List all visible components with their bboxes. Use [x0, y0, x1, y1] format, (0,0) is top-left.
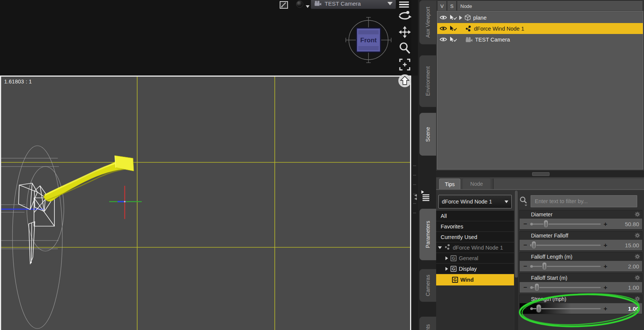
tree-item-wind[interactable]: G Wind — [436, 274, 514, 286]
splitter-grip[interactable] — [532, 172, 550, 176]
viewport-edge-strip — [411, 76, 418, 330]
expand-icon[interactable] — [446, 256, 448, 260]
visibility-eye-icon[interactable] — [440, 26, 447, 31]
params-scrollbar[interactable] — [514, 191, 518, 330]
viewport-toolbar: TEST Camera Front — [0, 0, 411, 76]
group-icon: G — [452, 277, 458, 283]
param-value[interactable]: 1.00 — [617, 305, 639, 312]
tree-item-display[interactable]: G Display — [436, 264, 514, 274]
draw-style-button[interactable] — [279, 0, 290, 9]
slider-track[interactable] — [530, 220, 601, 228]
scrollbar-thumb[interactable] — [515, 191, 518, 278]
group-item-all[interactable]: All — [436, 211, 514, 221]
param-label: Falloff Length (m) — [520, 254, 572, 260]
group-item-currently-used[interactable]: Currently Used — [436, 232, 514, 242]
group-item-favorites[interactable]: Favorites — [436, 221, 514, 232]
selectable-cursor-icon[interactable] — [449, 26, 457, 31]
viewport-nav-controls — [396, 9, 413, 88]
viewport-menu-button[interactable] — [398, 0, 410, 9]
gear-icon[interactable] — [635, 254, 640, 259]
slider-origin-dot — [530, 223, 533, 225]
tab-tips[interactable]: Tips — [439, 179, 460, 189]
slider-handle[interactable] — [543, 220, 548, 228]
tree-item-dforce-wind-node[interactable]: dForce Wind Node 1 — [436, 242, 514, 253]
param-value[interactable]: 50.80 — [617, 221, 639, 227]
sidebar-tab-aux-viewport[interactable]: Aux Viewport — [419, 0, 436, 45]
decrement-button[interactable]: − — [523, 242, 528, 248]
tree-item-general[interactable]: G General — [436, 253, 514, 264]
params-tab-bar: Tips Node — [436, 177, 644, 190]
filter-input[interactable] — [531, 195, 637, 207]
slider-track[interactable] — [530, 262, 601, 270]
param-value[interactable]: 15.00 — [617, 242, 639, 248]
scene-node-plane[interactable]: plane — [437, 12, 643, 23]
slider-handle[interactable] — [531, 241, 536, 249]
pane-options-button[interactable] — [420, 190, 432, 203]
sidebar-tab-scene[interactable]: Scene — [419, 113, 436, 156]
pan-button[interactable] — [397, 25, 412, 39]
param-node-selector[interactable]: dForce Wind Node 1 — [438, 195, 512, 208]
decrement-button[interactable]: − — [523, 221, 528, 227]
increment-button[interactable]: + — [603, 305, 608, 312]
slider-handle[interactable] — [534, 283, 539, 291]
column-visibility[interactable]: V — [438, 1, 446, 11]
pane-collapse-icon[interactable] — [413, 193, 418, 201]
increment-button[interactable]: + — [603, 284, 608, 291]
gear-icon[interactable] — [635, 275, 640, 281]
viewport-3d[interactable]: 1.61803 : 1 — [0, 76, 411, 330]
list-empty-area — [436, 286, 514, 330]
tab-node[interactable]: Node — [463, 179, 491, 189]
visibility-eye-icon[interactable] — [440, 15, 447, 20]
param-header: Diameter — [520, 210, 642, 219]
expand-icon[interactable] — [446, 267, 448, 270]
frame-button[interactable] — [397, 58, 412, 71]
aspect-ratio-label: 1.61803 : 1 — [4, 79, 32, 85]
gear-icon[interactable] — [635, 296, 640, 302]
camera-icon — [314, 1, 322, 6]
param-group-list: All Favorites Currently Used dForce Wind… — [436, 211, 514, 330]
param-sliders: Diameter − + 50.80 — [519, 210, 642, 316]
scene-node-dforce-wind[interactable]: dForce Wind Node 1 — [437, 23, 643, 34]
collapse-icon[interactable] — [438, 246, 442, 249]
gear-icon[interactable] — [635, 211, 640, 217]
selectable-cursor-icon[interactable] — [449, 15, 457, 20]
orbit-button[interactable] — [397, 9, 412, 23]
sidebar-tab-parameters[interactable]: Parameters — [419, 208, 436, 261]
scene-node-test-camera[interactable]: TEST Camera — [437, 34, 643, 45]
selectable-cursor-icon[interactable] — [449, 37, 457, 42]
param-label: Diameter — [520, 211, 553, 217]
decrement-button[interactable]: − — [523, 263, 528, 270]
home-view-button[interactable] — [397, 74, 412, 88]
visibility-eye-icon[interactable] — [440, 37, 447, 42]
gear-icon[interactable] — [635, 233, 640, 238]
param-block-falloff-start: Falloff Start (m) − + 1.00 — [519, 273, 642, 293]
drawstyle-sphere-button[interactable] — [294, 0, 311, 9]
magnifier-icon — [399, 42, 411, 55]
slider-track[interactable] — [530, 241, 601, 249]
chevron-down-icon — [306, 5, 310, 8]
column-selectability[interactable]: S — [447, 1, 456, 11]
param-block-diameter-falloff: Diameter Falloff − + 15.00 — [519, 231, 642, 251]
slider-handle[interactable] — [536, 304, 541, 313]
expand-icon[interactable] — [459, 15, 462, 20]
parameters-pane: dForce Wind Node 1 All Favorites Current… — [436, 190, 644, 330]
slider-track[interactable] — [530, 283, 601, 291]
column-node[interactable]: Node — [457, 1, 642, 11]
search-icon[interactable] — [519, 196, 528, 206]
decrement-button[interactable]: − — [523, 305, 528, 312]
decrement-button[interactable]: − — [523, 284, 528, 291]
slider-handle[interactable] — [542, 262, 547, 270]
param-value[interactable]: 1.00 — [617, 284, 639, 291]
sidebar-tab-environment[interactable]: Environment — [419, 55, 436, 107]
view-cube[interactable]: Front — [345, 15, 392, 63]
param-value[interactable]: 2.00 — [617, 263, 639, 270]
panel-splitter[interactable] — [436, 171, 644, 177]
camera-selector[interactable]: TEST Camera — [311, 0, 396, 9]
sidebar-tab-lights[interactable]: hts — [419, 316, 436, 330]
slider-track[interactable] — [530, 304, 601, 313]
zoom-button[interactable] — [397, 42, 412, 55]
sidebar-tab-cameras[interactable]: Cameras — [419, 269, 436, 302]
increment-button[interactable]: + — [603, 221, 608, 227]
increment-button[interactable]: + — [603, 263, 608, 270]
increment-button[interactable]: + — [603, 242, 608, 248]
